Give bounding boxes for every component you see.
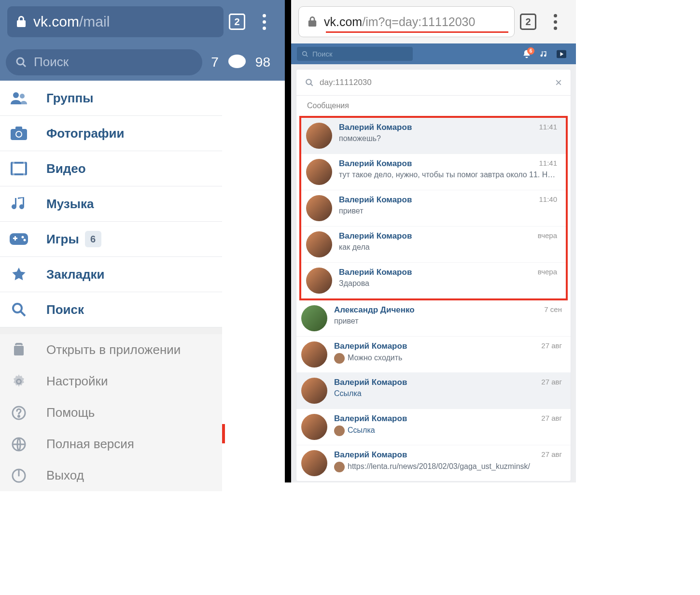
vk-topbar: Поиск 6	[291, 43, 576, 64]
bg-list-item[interactable]: о…6 авг	[217, 341, 285, 397]
bg-list-item[interactable]: 28 мая	[217, 453, 285, 482]
search-placeholder: Поиск	[34, 55, 69, 70]
message-item[interactable]: Валерий Комаров27 авг Ссылка	[296, 409, 571, 445]
clear-search-button[interactable]: ×	[555, 76, 562, 89]
panel-search-input[interactable]: day:11112030	[320, 78, 555, 87]
right-url-box[interactable]: vk.com/im?q=day:11112030	[298, 6, 515, 37]
message-preview: привет	[334, 317, 562, 326]
avatar	[301, 305, 327, 331]
message-item[interactable]: Валерий Комаров11:41 поможешь?	[301, 118, 566, 154]
message-sender: Валерий Комаров	[339, 268, 412, 277]
tabs-button[interactable]: 2	[224, 0, 251, 43]
unread-badge: 5	[258, 147, 274, 164]
svg-point-0	[17, 58, 24, 65]
url-domain: vk.com	[324, 15, 362, 29]
tabs-icon: 2	[229, 14, 245, 30]
menu-icon	[7, 192, 31, 216]
menu-label: Настройки	[46, 374, 108, 389]
message-sender: Валерий Комаров	[339, 231, 412, 241]
message-item[interactable]: Валерий Комаров27 авг https://lenta.ru/n…	[296, 445, 571, 481]
svg-line-26	[306, 55, 308, 57]
menu-icon	[7, 262, 31, 286]
left-search-bar: Поиск 7 98	[0, 43, 285, 81]
message-preview: https://lenta.ru/news/2018/02/03/gaga_us…	[334, 462, 562, 472]
chat-icon[interactable]	[227, 53, 247, 72]
message-sender: Александр Диченко	[334, 305, 415, 315]
menu-label: Игры	[46, 232, 79, 247]
message-time: 27 авг	[541, 450, 562, 460]
menu-item-3[interactable]: Музыка	[0, 186, 222, 222]
menu-item-2[interactable]: Видео	[0, 151, 222, 186]
music-button[interactable]	[535, 50, 553, 58]
svg-point-12	[22, 236, 24, 239]
menu-item-5[interactable]: Закладки	[0, 257, 222, 292]
message-sender: Валерий Комаров	[339, 195, 412, 205]
avatar	[306, 268, 332, 294]
mini-avatar	[334, 353, 345, 364]
message-sender: Валерий Комаров	[334, 414, 407, 424]
notifications-button[interactable]: 6	[518, 49, 535, 59]
more-button[interactable]	[542, 0, 569, 43]
menu-icon	[7, 338, 31, 362]
friends-count[interactable]: 7	[211, 55, 219, 70]
left-url-box[interactable]: vk.com/mail	[7, 6, 224, 37]
menu-item-6[interactable]: Поиск	[0, 292, 222, 327]
message-item[interactable]: Александр Диченко7 сен привет	[296, 300, 571, 337]
avatar	[306, 195, 332, 221]
message-item[interactable]: Валерий Комароввчера Здарова	[301, 263, 566, 298]
url-path: /im?q=day:11112030	[362, 15, 475, 29]
red-highlight-box: Валерий Комаров11:41 поможешь? Валерий К…	[299, 116, 568, 300]
avatar	[301, 414, 327, 440]
bg-list-item[interactable]: 16 авг	[217, 230, 285, 286]
bg-list-item[interactable]: 11:415	[217, 119, 285, 175]
message-item[interactable]: Валерий Комаров27 авг Можно сходить	[296, 337, 571, 373]
menu-icon	[7, 369, 31, 394]
gray-menu-item-2[interactable]: Помощь	[0, 397, 222, 428]
video-button[interactable]	[553, 50, 570, 58]
message-item[interactable]: Валерий Комаров27 авг Ссылка	[296, 373, 571, 409]
bg-list-item[interactable]: 12 июн	[217, 397, 285, 453]
menu-label: Фотографии	[46, 126, 125, 141]
message-item[interactable]: Валерий Комаров11:40 привет	[301, 190, 566, 227]
gray-menu-item-0[interactable]: Открыть в приложении	[0, 334, 222, 366]
menu-icon	[7, 298, 31, 322]
message-time: 7 сен	[544, 305, 562, 315]
menu-label: Выход	[46, 468, 84, 483]
menu-label: Закладки	[46, 267, 105, 282]
music-icon	[540, 50, 548, 58]
url-underline-annotation	[326, 31, 508, 33]
svg-rect-16	[14, 346, 24, 355]
gray-menu-item-4[interactable]: Выход	[0, 460, 222, 491]
more-icon	[263, 14, 266, 30]
messages-panel: day:11112030 × Сообщения Валерий Комаров…	[296, 69, 571, 482]
svg-rect-6	[15, 127, 22, 130]
search-input[interactable]: Поиск	[6, 49, 202, 75]
svg-point-13	[24, 239, 26, 241]
bg-list-item[interactable]: +	[217, 81, 285, 119]
section-title: Сообщения	[296, 96, 571, 116]
message-preview: как дела	[339, 243, 557, 252]
menu-label: Открыть в приложении	[46, 342, 181, 357]
bg-list-item[interactable]: ния16 авг	[217, 286, 285, 341]
menu-item-4[interactable]: Игры 6	[0, 222, 222, 257]
time-label: 16 авг	[241, 251, 274, 265]
menu-label: Полная версия	[46, 437, 134, 452]
gray-menu-item-3[interactable]: Полная версия	[0, 428, 222, 460]
message-time: 27 авг	[541, 341, 562, 351]
message-item[interactable]: Валерий Комаров11:41 тут такое дело, нуж…	[301, 154, 566, 190]
message-item[interactable]: Валерий Комароввчера как дела	[301, 227, 566, 263]
tabs-button[interactable]: 2	[515, 0, 542, 43]
plus-icon[interactable]: +	[263, 89, 274, 111]
gray-menu-item-1[interactable]: Настройки	[0, 366, 222, 397]
menu-item-1[interactable]: Фотографии	[0, 116, 222, 151]
avatar	[301, 378, 327, 404]
menu-item-0[interactable]: Группы	[0, 81, 222, 116]
avatar	[306, 231, 332, 257]
bg-list-item[interactable]: 7 сен	[217, 175, 285, 230]
lock-icon	[308, 16, 317, 28]
vk-search-input[interactable]: Поиск	[297, 47, 413, 61]
messages-count[interactable]: 98	[255, 55, 270, 70]
message-sender: Валерий Комаров	[334, 341, 407, 351]
more-button[interactable]	[251, 0, 278, 43]
menu-label: Поиск	[46, 302, 84, 317]
